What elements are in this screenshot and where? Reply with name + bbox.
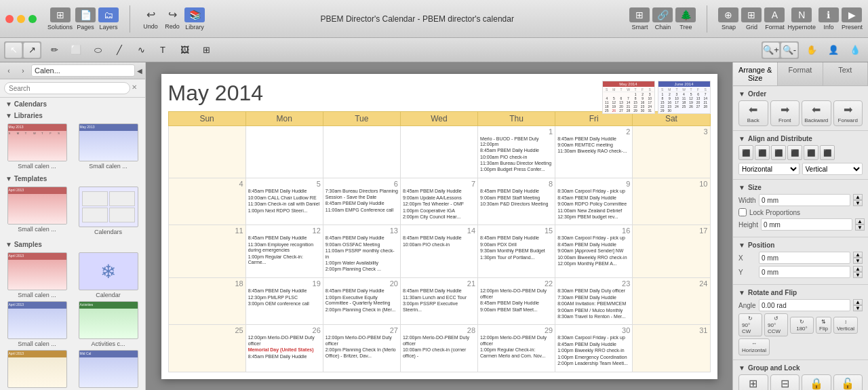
thumb-item-2[interactable]: April 2013 Small calen ... [3, 187, 71, 235]
eyedrop-tool[interactable]: 💧 [846, 42, 864, 58]
rotate-90ccw-button[interactable]: ↺ 90° CCW [764, 313, 788, 336]
size-arrow: ▼ [738, 184, 745, 191]
event-2-5-1: 8:45am PBEM Daily Huddle [557, 242, 630, 248]
align-horizontal-select[interactable]: Horizontal Vertical [738, 163, 800, 175]
width-input[interactable] [759, 194, 850, 206]
thumb-activities[interactable]: Activities Activities c... [74, 301, 142, 347]
y-stepper-up[interactable]: ▲ [853, 266, 863, 272]
snap-button[interactable]: ⊕ Snap [718, 7, 738, 31]
thumb-small-calen-4[interactable]: April 2013 Small calen ... [3, 301, 71, 347]
layers-button[interactable]: 🗂 Layers [98, 7, 119, 31]
search-clear-icon[interactable]: ✕ [132, 83, 141, 93]
text-tool[interactable]: T [154, 42, 172, 58]
width-stepper-down[interactable]: ▼ [853, 200, 863, 206]
align-center-button[interactable]: ⬛ [755, 145, 770, 160]
chain-button[interactable]: 🔗 Chain [652, 7, 673, 31]
forward-button[interactable]: ➡ Forward [833, 100, 863, 126]
align-top-button[interactable]: ⬛ [787, 145, 802, 160]
close-button[interactable] [5, 15, 14, 23]
thumb-item-1[interactable]: May 2013 Small calen ... [74, 123, 142, 170]
grid-button[interactable]: ⊞ Grid [741, 7, 762, 31]
format-button[interactable]: A Format [764, 7, 785, 31]
thumb-small-calen-5[interactable]: April 2013 Small calen ... [3, 350, 71, 390]
pen-tool[interactable]: ✏ [45, 42, 63, 58]
sidebar-collapse-icon[interactable]: ◀ [137, 67, 142, 75]
sidebar-scroll[interactable]: ▼ Calendars ▼ Libraries May 2013 [0, 98, 145, 390]
person-tool[interactable]: 👤 [825, 42, 842, 58]
line-tool[interactable]: ╱ [111, 42, 128, 58]
minimize-button[interactable] [17, 15, 25, 23]
search-input[interactable] [4, 82, 130, 94]
hypernote-button[interactable]: N Hypernote [787, 7, 816, 31]
angle-stepper-up[interactable]: ▲ [853, 299, 863, 305]
undo-button[interactable]: ↩ Undo [141, 8, 160, 30]
smart-button[interactable]: ⊞ Smart [629, 7, 650, 31]
redo-button[interactable]: ↪ Redo [163, 8, 182, 30]
x-input[interactable] [759, 252, 850, 264]
event-4-5-2: 1:00pm Biweekly RRO check-in [557, 348, 630, 353]
solutions-button[interactable]: ⊞ Solutions [47, 7, 73, 31]
thumb-item-0[interactable]: May 2013 SMTWTFS Small calen ... [3, 123, 71, 170]
front-button[interactable]: ➡ Front [770, 100, 800, 126]
width-stepper-up[interactable]: ▲ [853, 194, 863, 200]
flip-button[interactable]: ⇅ Flip [816, 317, 831, 334]
height-input[interactable] [761, 218, 852, 231]
sidebar-nav-label[interactable]: Calen... [31, 64, 135, 77]
present-button[interactable]: ▶ Present [842, 7, 863, 31]
library-icon: 📚 [184, 7, 205, 22]
table-tool[interactable]: ⊞ [197, 42, 215, 58]
align-middle-button[interactable]: ⬛ [804, 145, 818, 160]
thumb-calendar[interactable]: ❄ Calendar [74, 252, 142, 298]
align-left-button[interactable]: ⬛ [738, 145, 753, 160]
ungroup-button[interactable]: ⊟ UnGroup [770, 374, 800, 390]
nav-forward-arrow[interactable]: › [17, 64, 29, 77]
right-panel-scroll[interactable]: ▼ Order ⬅ Back ➡ Front ⬅ Backward [733, 86, 868, 390]
tab-format[interactable]: Format [778, 62, 823, 85]
backward-button[interactable]: ⬅ Backward [802, 100, 831, 126]
tree-button[interactable]: 🌲 Tree [675, 7, 696, 31]
zoom-out-tool[interactable]: 🔍- [781, 42, 798, 58]
back-button[interactable]: ⬅ Back [738, 100, 768, 126]
circle-tool[interactable]: ⬭ [89, 42, 106, 58]
shape-tool[interactable]: ⬜ [67, 42, 85, 58]
lock-proportions-checkbox[interactable] [738, 208, 747, 216]
height-stepper-down[interactable]: ▼ [855, 225, 865, 231]
align-vertical-select[interactable]: Vertical Horizontal [802, 163, 863, 175]
tab-arrange-size[interactable]: Arrange & Size [733, 62, 778, 85]
x-stepper-down[interactable]: ▼ [853, 258, 863, 264]
flip-vertical-button[interactable]: ↕ Vertical [833, 317, 858, 334]
angle-input[interactable] [759, 299, 850, 311]
thumb-item-cal[interactable]: Calendars [74, 187, 142, 235]
y-input[interactable] [759, 266, 850, 278]
align-bottom-button[interactable]: ⬛ [820, 145, 835, 160]
thumb-mid-calen[interactable]: Mid Cal Mid calen ... [74, 350, 142, 390]
y-stepper-down[interactable]: ▼ [853, 272, 863, 278]
rotate-180-button[interactable]: ↻ 180° [790, 317, 814, 334]
day-num-3-1: 19 [248, 279, 321, 288]
lock-button[interactable]: 🔒 Lock [802, 374, 831, 390]
align-right-button[interactable]: ⬛ [771, 145, 786, 160]
x-stepper-up[interactable]: ▲ [853, 252, 863, 258]
angle-stepper-down[interactable]: ▼ [853, 305, 863, 311]
pointer-tool[interactable]: ↗ [23, 42, 41, 58]
height-stepper-up[interactable]: ▲ [855, 218, 865, 225]
hand-tool[interactable]: ✋ [803, 42, 821, 58]
library-button[interactable]: 📚 Library [184, 7, 205, 31]
lock-proportions-label: Lock Proportions [749, 209, 800, 216]
left-sidebar: ‹ › Calen... ◀ ✕ ▼ Calendars ▼ Libraries [0, 62, 146, 390]
tab-text[interactable]: Text [823, 62, 868, 85]
select-tool[interactable]: ↖ [5, 42, 22, 58]
flip-horizontal-button[interactable]: ↔ Horizontal [738, 338, 770, 355]
day-num-3-3: 21 [403, 279, 475, 288]
curve-tool[interactable]: ∿ [132, 42, 150, 58]
nav-back-arrow[interactable]: ‹ [3, 64, 15, 77]
group-button[interactable]: ⊞ Group [738, 374, 768, 390]
info-button[interactable]: ℹ Info [818, 7, 839, 31]
fullscreen-button[interactable] [28, 15, 37, 23]
zoom-in-tool[interactable]: 🔍+ [762, 42, 780, 58]
unlock-button[interactable]: 🔓 UnLock [833, 374, 863, 390]
thumb-small-calen-3[interactable]: April 2013 Small calen ... [3, 252, 71, 298]
rotate-90cw-button[interactable]: ↻ 90° CW [738, 313, 762, 336]
pages-button[interactable]: 📄 Pages [75, 7, 96, 31]
image-tool[interactable]: 🖼 [176, 42, 193, 58]
